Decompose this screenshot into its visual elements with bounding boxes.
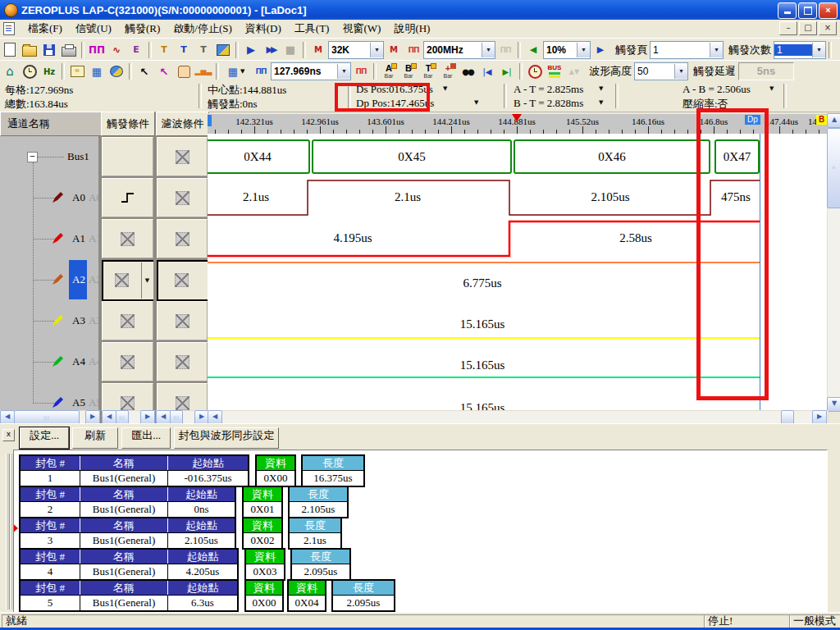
channel-label-a1[interactable]: A1 <box>72 232 85 245</box>
menu-file[interactable]: 檔案(F) <box>21 20 69 38</box>
wave-mode-dropdown[interactable]: ▦ ▼ <box>221 62 251 80</box>
save-button[interactable] <box>39 41 59 59</box>
filter-cell-a4[interactable] <box>157 342 208 381</box>
zoom-tool-button[interactable]: ↖ <box>154 62 174 80</box>
scroll-down-icon[interactable]: ▼ <box>827 397 840 412</box>
bus-node-label[interactable]: Bus1 <box>67 150 89 163</box>
sampling-setup-button[interactable]: ПП <box>87 41 107 59</box>
memory-prev-button[interactable]: M <box>308 41 328 59</box>
wave-vscroll-thumb[interactable]: ≡ <box>827 128 840 208</box>
time-div-dropdown-icon[interactable]: ▼ <box>337 64 350 79</box>
trigger-cell-bus1[interactable] <box>102 137 153 176</box>
packet-row[interactable]: 封包 # 名稱 起始點 2 Bus1(General) 0ns 資料 0X01 … <box>19 486 349 518</box>
new-file-button[interactable] <box>0 41 20 59</box>
ds-pos-dropdown-icon[interactable]: ▼ <box>443 85 447 92</box>
a-bar-button[interactable]: ABar <box>379 62 399 80</box>
run-button[interactable]: ▶ <box>241 41 261 59</box>
channel-label-a5[interactable]: A5 <box>72 396 85 409</box>
run-repeat-button[interactable]: ▶▶ <box>261 41 281 59</box>
trigger-mark-3-button[interactable]: T <box>194 41 213 59</box>
navigator-button[interactable] <box>107 62 126 80</box>
zoom-percent-dropdown-icon[interactable]: ▼ <box>577 43 590 57</box>
hand-tool-button[interactable] <box>174 62 194 80</box>
a-t-dropdown-icon[interactable]: ▼ <box>599 85 603 92</box>
packet-row[interactable]: 封包 # 名稱 起始點 4 Bus1(General) 4.205us 資料 0… <box>19 548 351 581</box>
menu-tools[interactable]: 工具(T) <box>288 20 336 38</box>
trigger-mark-1-button[interactable]: T <box>154 41 174 59</box>
channel-label-a3[interactable]: A3 <box>72 314 85 327</box>
listing-window-button[interactable]: ▦ <box>87 62 107 80</box>
mdi-restore-button[interactable]: □ <box>799 21 817 35</box>
dp-pos-dropdown-icon[interactable]: ▼ <box>474 99 478 106</box>
stop-button[interactable]: ■ <box>281 41 300 59</box>
open-file-button[interactable] <box>20 41 39 59</box>
trigger-cell-a1[interactable] <box>102 219 153 258</box>
zigzag-red-button[interactable]: ПП <box>351 62 371 80</box>
noise-filter-button[interactable]: ПП <box>404 41 423 59</box>
zoom-percent-combo[interactable]: 10% ▼ <box>543 41 591 59</box>
tree-collapse-icon[interactable]: − <box>27 152 38 162</box>
minimize-button[interactable] <box>778 2 797 19</box>
filter-cell-a3[interactable] <box>157 301 208 340</box>
trigger-page-combo[interactable]: 1 ▼ <box>650 41 724 59</box>
restore-button[interactable] <box>798 2 817 19</box>
trigger-page-dropdown-icon[interactable]: ▼ <box>710 43 723 57</box>
packet-sync-button[interactable]: 封包與波形同步設定 <box>174 427 279 449</box>
trigger-cell-a2-selected[interactable]: ▼ <box>102 260 153 301</box>
goto-next-button[interactable]: ▶| <box>497 62 517 80</box>
filter-cell-a2-selected[interactable] <box>157 260 208 301</box>
trigger-cell-a0[interactable] <box>102 178 153 217</box>
trigger-count-dropdown-icon[interactable]: ▼ <box>812 43 825 57</box>
channel-label-a2[interactable]: A2 <box>72 273 85 286</box>
zoom-out-button[interactable]: ◀ <box>523 41 543 59</box>
b-bar-tag[interactable]: B <box>816 115 827 125</box>
sample-rate-dropdown-icon[interactable]: ▼ <box>482 43 495 57</box>
pulse-width-button[interactable] <box>525 62 545 80</box>
zoom-in-button[interactable]: ▶ <box>591 41 610 59</box>
packet-row[interactable]: 封包 # 名稱 起始點 3 Bus1(General) 2.105us 資料 0… <box>19 517 342 550</box>
a-b-dropdown-icon[interactable]: ▼ <box>769 85 774 92</box>
channel-label-a4[interactable]: A4 <box>72 355 85 368</box>
menu-help[interactable]: 說明(H) <box>387 20 436 38</box>
packet-row[interactable]: 封包 # 名稱 起始點 1 Bus1(General) -016.375us 資… <box>19 454 365 487</box>
statistics-button[interactable]: ▂▅▃ <box>194 62 213 80</box>
mdi-close-button[interactable]: × <box>819 21 837 35</box>
time-div-combo[interactable]: 127.969ns ▼ <box>271 62 351 80</box>
sample-rate-combo[interactable]: 200MHz ▼ <box>423 41 495 59</box>
menu-trigger[interactable]: 觸發(R) <box>118 20 167 38</box>
wave-height-dropdown-icon[interactable]: ▼ <box>674 64 687 79</box>
b-bar-button[interactable]: BBar <box>399 62 418 80</box>
bus-packet-button[interactable]: BUS <box>545 62 564 80</box>
goto-prev-button[interactable]: |◀ <box>477 62 497 80</box>
print-button[interactable] <box>59 41 79 59</box>
bus-segment[interactable]: 0X46 <box>514 139 710 174</box>
channel-label-a0[interactable]: A0 <box>72 191 85 204</box>
t-bar-button[interactable]: TBar <box>418 62 438 80</box>
menu-data[interactable]: 資料(D) <box>239 20 288 38</box>
trigger-cell-a3[interactable] <box>102 301 153 340</box>
select-tool-button[interactable]: ↖ <box>135 62 154 80</box>
filter-cell-a0[interactable] <box>157 178 208 217</box>
sampling-e-button[interactable]: E <box>126 41 146 59</box>
bus-edit-button[interactable] <box>213 41 233 59</box>
trigger-cell-a5[interactable] <box>102 383 153 410</box>
packet-panel-close-icon[interactable]: x <box>2 429 15 441</box>
memory-next-button[interactable]: M <box>384 41 404 59</box>
zigzag-blue-button[interactable]: ПП <box>251 62 271 80</box>
filter-cell-a1[interactable] <box>157 219 208 258</box>
bus-segment[interactable]: 0X44 <box>208 139 310 174</box>
menu-run-stop[interactable]: 啟動/停止(S) <box>167 20 239 38</box>
bus-segment[interactable]: 0X45 <box>312 139 512 174</box>
sampling-config-button[interactable]: ∿ <box>107 41 126 59</box>
trigger-cell-a4[interactable] <box>102 342 153 381</box>
filter-cell-a5[interactable] <box>157 383 208 410</box>
close-button[interactable]: × <box>819 2 838 19</box>
menu-signal[interactable]: 信號(U) <box>69 20 118 38</box>
memory-depth-dropdown-icon[interactable]: ▼ <box>370 43 383 57</box>
menu-window[interactable]: 視窗(W) <box>336 20 387 38</box>
b-t-dropdown-icon[interactable]: ▼ <box>599 99 603 106</box>
find-button[interactable]: ●● <box>458 62 477 80</box>
scroll-up-icon[interactable]: ▲ <box>827 113 840 128</box>
add-bar-button[interactable]: +Bar <box>438 62 458 80</box>
center-point-marker-icon[interactable] <box>512 114 522 121</box>
